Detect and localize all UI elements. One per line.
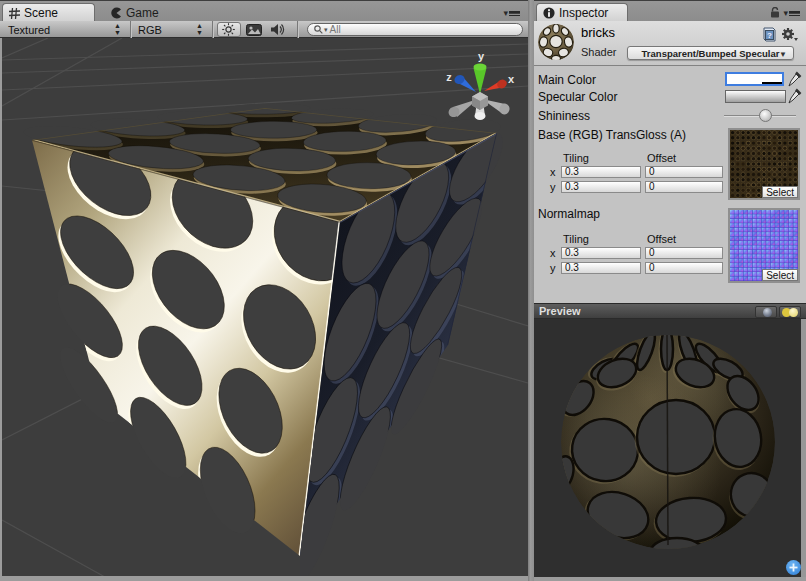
svg-text:x: x [508, 73, 515, 85]
svg-text:?: ? [767, 31, 772, 40]
svg-text:y: y [478, 50, 485, 62]
svg-text:z: z [446, 71, 452, 83]
